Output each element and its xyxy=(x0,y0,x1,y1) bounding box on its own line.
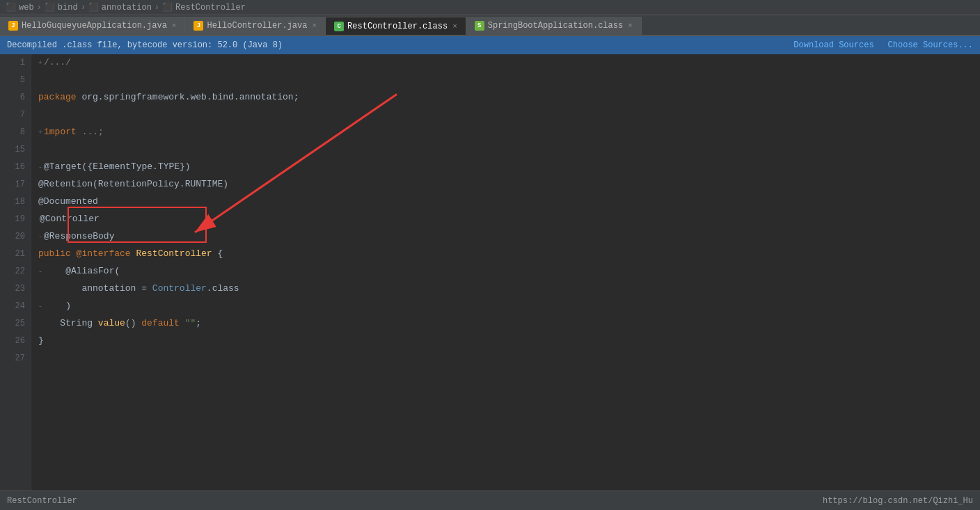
tab-close-2[interactable]: × xyxy=(312,22,317,30)
breadcrumb-annotation[interactable]: annotation xyxy=(102,3,152,13)
tab-hello-application[interactable]: J HelloGuqueyueApplication.java × xyxy=(0,17,185,35)
tab-close-1[interactable]: × xyxy=(172,22,177,30)
breadcrumb-sep-2: › xyxy=(81,3,86,13)
download-sources-link[interactable]: Download Sources xyxy=(793,40,874,50)
code-line: - @AliasFor( xyxy=(38,263,973,280)
choose-sources-link[interactable]: Choose Sources... xyxy=(888,40,973,50)
status-bar: RestController https://blog.csdn.net/Qiz… xyxy=(0,491,980,510)
tab-icon-java-2: J xyxy=(193,21,203,31)
line-number: 26 xyxy=(3,333,25,350)
breadcrumb-bind-icon: ⬛ xyxy=(45,2,55,13)
breadcrumb-restcontroller[interactable]: RestController xyxy=(175,3,246,13)
breadcrumb-web[interactable]: web xyxy=(19,3,34,13)
line-number: 25 xyxy=(3,315,25,333)
breadcrumb-restcontroller-icon: ⬛ xyxy=(162,2,173,13)
line-number: 18 xyxy=(3,193,25,211)
breadcrumb-bind[interactable]: bind xyxy=(58,3,78,13)
code-line: String value() default ""; xyxy=(38,315,973,333)
tab-rest-controller[interactable]: C RestController.class × xyxy=(326,17,466,35)
line-number: 20 xyxy=(3,228,25,246)
line-number: 7 xyxy=(3,106,25,124)
code-line: annotation = Controller.class xyxy=(38,280,973,298)
code-area: 1567815161718192021222324252627 +/.../pa… xyxy=(0,54,980,491)
breadcrumb-bar: ⬛ web › ⬛ bind › ⬛ annotation › ⬛ RestCo… xyxy=(0,0,980,15)
tab-icon-java-1: J xyxy=(8,21,18,31)
line-number: 8 xyxy=(3,124,25,141)
line-number: 17 xyxy=(3,176,25,193)
tab-hello-controller[interactable]: J HelloController.java × xyxy=(185,17,326,35)
tab-label-2: HelloController.java xyxy=(207,21,307,31)
code-line: package org.springframework.web.bind.ann… xyxy=(38,89,973,106)
code-line: - ) xyxy=(38,298,973,315)
tab-label-1: HelloGuqueyueApplication.java xyxy=(22,21,167,31)
tab-bar: J HelloGuqueyueApplication.java × J Hell… xyxy=(0,15,980,36)
tab-icon-class-1: C xyxy=(334,22,344,31)
breadcrumb-annotation-icon: ⬛ xyxy=(88,2,99,13)
tab-close-3[interactable]: × xyxy=(452,22,457,31)
code-line xyxy=(38,106,973,124)
code-line: +import ...; xyxy=(38,124,973,141)
tab-close-4[interactable]: × xyxy=(628,22,633,30)
line-number: 22 xyxy=(3,263,25,280)
code-line xyxy=(38,350,973,367)
code-line: -@ResponseBody xyxy=(38,228,973,246)
code-line: @Retention(RetentionPolicy.RUNTIME) xyxy=(38,176,973,193)
info-bar-actions: Download Sources Choose Sources... xyxy=(793,40,973,50)
code-content[interactable]: +/.../package org.springframework.web.bi… xyxy=(31,54,980,491)
code-line: -@Target({ElementType.TYPE}) xyxy=(38,159,973,176)
line-number: 23 xyxy=(3,280,25,298)
line-number: 27 xyxy=(3,350,25,367)
code-line: @Controller xyxy=(38,211,973,228)
breadcrumb-web-icon: ⬛ xyxy=(6,2,16,13)
breadcrumb-sep-1: › xyxy=(37,3,42,13)
code-line: } xyxy=(38,333,973,350)
line-number: 16 xyxy=(3,159,25,176)
code-line xyxy=(38,72,973,89)
line-number: 15 xyxy=(3,141,25,159)
line-number: 6 xyxy=(3,89,25,106)
line-number: 5 xyxy=(3,72,25,89)
tab-springboot-application[interactable]: S SpringBootApplication.class × xyxy=(466,17,642,35)
tab-label-4: SpringBootApplication.class xyxy=(488,21,623,31)
line-number: 1 xyxy=(3,54,25,72)
code-line xyxy=(38,141,973,159)
code-line: public @interface RestController { xyxy=(38,246,973,263)
info-bar-text: Decompiled .class file, bytecode version… xyxy=(7,40,283,50)
line-number: 21 xyxy=(3,246,25,263)
info-bar: Decompiled .class file, bytecode version… xyxy=(0,36,980,54)
breadcrumb-sep-3: › xyxy=(155,3,159,13)
line-numbers: 1567815161718192021222324252627 xyxy=(0,54,31,491)
code-line: @Documented xyxy=(38,193,973,211)
tab-icon-spring: S xyxy=(475,21,484,31)
line-number: 19 xyxy=(3,211,25,228)
status-bar-right: https://blog.csdn.net/Qizhi_Hu xyxy=(823,496,973,506)
tab-label-3: RestController.class xyxy=(347,22,448,31)
status-bar-left: RestController xyxy=(7,496,77,506)
code-line: +/.../ xyxy=(38,54,973,72)
line-number: 24 xyxy=(3,298,25,315)
